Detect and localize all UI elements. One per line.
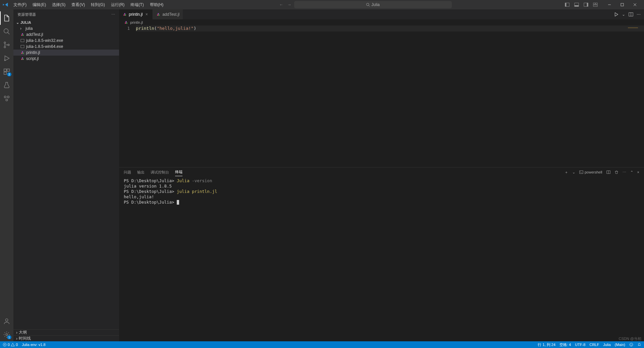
item-label: addTest.jl [26,32,43,37]
sidebar-bottom: › 大纲 › 时间线 [13,329,119,341]
command-center[interactable]: Julia [294,1,452,8]
svg-rect-32 [21,39,24,42]
status-encoding[interactable]: UTF-8 [575,343,585,347]
close-icon[interactable]: × [144,12,149,17]
terminal-shell[interactable]: powershell [579,170,602,174]
status-eol[interactable]: CRLF [589,343,599,347]
status-branch[interactable]: (Main) [615,343,625,347]
tab-println[interactable]: println.jl × [119,9,153,19]
toggle-panel-left-icon[interactable] [565,2,570,7]
status-spaces[interactable]: 空格: 4 [559,342,571,347]
svg-point-44 [158,14,160,16]
tree-item-folder[interactable]: › julia [13,25,119,31]
status-line-col[interactable]: 行 1, 列 24 [538,342,555,347]
nav-back-icon[interactable]: ← [279,2,283,7]
activity-explorer[interactable] [0,11,13,25]
error-icon [3,343,7,347]
chevron-down-icon[interactable]: ⌄ [622,12,625,17]
activity-debug[interactable] [0,52,13,65]
menu-edit[interactable]: 编辑(E) [30,1,49,9]
tree-item-file[interactable]: julia-1.8.5-win64.exe [13,44,119,50]
svg-point-57 [630,343,633,346]
svg-point-15 [4,29,8,33]
outline-section[interactable]: › 大纲 [13,329,119,335]
maximize-button[interactable] [616,0,629,9]
svg-rect-21 [4,69,6,71]
activity-other[interactable] [0,92,13,105]
sidebar-more-icon[interactable]: ⋯ [111,12,115,17]
minimize-button[interactable] [603,0,616,9]
activity-source-control[interactable] [0,38,13,52]
bottom-panel: 问题 输出 调试控制台 终端 ＋ ⌄ powershell ⋯ ⌃ × [119,167,644,341]
status-julia-env[interactable]: Julia env: v1.8 [22,343,45,347]
terminal-line: PS D:\Desktop\Julia> julia println.jl [124,189,639,194]
trash-icon[interactable] [614,170,619,174]
run-icon[interactable] [614,12,619,17]
chevron-down-icon[interactable]: ⌄ [572,170,575,175]
code-content[interactable]: println("hello,julia!") [136,25,644,167]
split-editor-icon[interactable] [629,12,633,17]
chevron-up-icon[interactable]: ⌃ [630,170,633,175]
item-label: julia-1.8.5-win64.exe [26,44,63,49]
close-panel-icon[interactable]: × [637,170,639,174]
nav-forward-icon[interactable]: → [287,2,291,7]
window-controls [603,0,641,9]
julia-file-icon [124,20,128,24]
more-actions-icon[interactable]: ⋯ [637,12,641,17]
tree-item-file[interactable]: addTest.jl [13,31,119,38]
gutter: 1 [119,25,136,167]
menu-view[interactable]: 查看(V) [69,1,88,9]
status-language[interactable]: Julia [603,343,611,347]
menu-selection[interactable]: 选择(S) [49,1,68,9]
tree-item-file[interactable]: julia-1.8.5-win32.exe [13,38,119,44]
statusbar-left: 0 0 Julia env: v1.8 [3,343,46,347]
svg-point-50 [125,21,127,22]
split-terminal-icon[interactable] [606,170,610,174]
more-icon[interactable]: ⋯ [623,170,626,175]
svg-point-27 [5,319,8,321]
activity-settings[interactable]: 1 [0,328,13,341]
tree-item-file[interactable]: script.jl [13,56,119,62]
toggle-panel-right-icon[interactable] [584,2,588,7]
sidebar: 资源管理器 ⋯ ⌄ JULIA › julia addTest.jl julia… [13,9,119,341]
notifications-icon[interactable] [637,343,641,347]
svg-point-24 [4,96,6,98]
activity-search[interactable] [0,25,13,38]
toggle-panel-bottom-icon[interactable] [574,2,579,7]
menu-file[interactable]: 文件(F) [11,1,29,9]
chevron-right-icon: › [20,26,24,31]
svg-point-0 [367,3,369,6]
terminal[interactable]: PS D:\Desktop\Julia> Julia -version juli… [119,177,644,341]
panel-tabs: 问题 输出 调试控制台 终端 ＋ ⌄ powershell ⋯ ⌃ × [119,167,644,177]
menu-go[interactable]: 转到(G) [88,1,107,9]
close-button[interactable] [629,0,641,9]
main-area: 2 1 资源管理器 ⋯ ⌄ JULIA › julia [0,9,644,341]
tab-addtest[interactable]: addTest.jl [153,9,183,19]
minimap[interactable] [612,25,639,167]
activity-testing[interactable] [0,78,13,92]
activity-accounts[interactable] [0,315,13,328]
editor-area: println.jl × addTest.jl ⌄ ⋯ println.jl 1 [119,9,644,341]
tree-item-file[interactable]: println.jl [13,50,119,56]
extensions-badge: 2 [7,72,11,76]
layout-controls [565,2,598,7]
feedback-icon[interactable] [629,343,633,347]
panel-tab-problems[interactable]: 问题 [124,168,131,176]
menu-run[interactable]: 运行(R) [108,1,127,9]
panel-tab-output[interactable]: 输出 [137,168,145,176]
svg-point-38 [22,59,24,60]
sidebar-section[interactable]: ⌄ JULIA [13,19,119,25]
activity-extensions[interactable]: 2 [0,65,13,78]
menu-terminal[interactable]: 终端(T) [128,1,146,9]
customize-layout-icon[interactable] [593,2,598,7]
status-errors[interactable]: 0 0 [3,343,18,347]
new-terminal-icon[interactable]: ＋ [565,170,568,175]
panel-tab-debug[interactable]: 调试控制台 [151,168,169,176]
breadcrumb[interactable]: println.jl [119,19,644,25]
svg-point-34 [21,53,22,54]
menu-help[interactable]: 帮助(H) [147,1,166,9]
panel-tab-terminal[interactable]: 终端 [175,168,182,176]
code-editor[interactable]: 1 println("hello,julia!") [119,25,644,167]
timeline-section[interactable]: › 时间线 [13,335,119,341]
code-line: println("hello,julia!") [136,25,644,31]
